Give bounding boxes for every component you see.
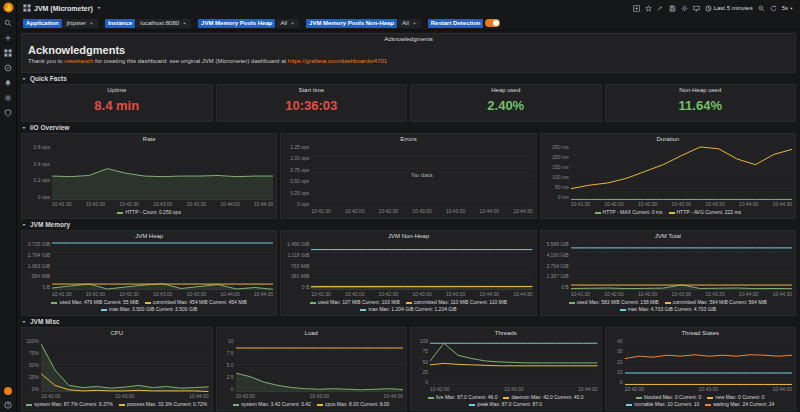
panel-title[interactable]: CPU xyxy=(22,328,212,337)
plot-area[interactable] xyxy=(571,143,792,200)
legend-item[interactable]: HTTP - Count: 0.250 ops xyxy=(117,209,181,216)
y-axis-tick: 7.5 xyxy=(227,350,234,356)
legend-item[interactable]: used Max: 583 MiB Current: 158 MiB xyxy=(569,299,659,306)
help-icon[interactable] xyxy=(4,401,12,409)
dashboards-icon[interactable] xyxy=(4,49,12,57)
panel-title[interactable]: JVM Total xyxy=(541,231,795,240)
author-link[interactable]: mweirauch xyxy=(64,58,93,64)
panel-title[interactable]: Rate xyxy=(22,134,276,143)
row-header-jvm-memory[interactable]: JVM Memory xyxy=(21,220,796,229)
legend-item[interactable]: peak Max: 87.0 Current: 87.0 xyxy=(469,401,542,408)
search-icon[interactable] xyxy=(4,19,12,27)
legend-item[interactable]: system Max: 87.7% Current: 9.37% xyxy=(26,401,113,408)
configuration-gear-icon[interactable] xyxy=(4,94,12,102)
plot-area[interactable] xyxy=(236,337,404,392)
star-icon[interactable] xyxy=(645,5,652,12)
legend-item[interactable]: live Max: 87.0 Current: 46.0 xyxy=(428,394,497,401)
y-axis: 5.588 GiB4.190 GiB2.794 GiB1.397 GiB0 B xyxy=(544,240,571,298)
panel-title[interactable]: Heap used xyxy=(411,85,601,94)
plot-area[interactable] xyxy=(625,337,793,385)
panel-title[interactable]: Non-Heap used xyxy=(606,85,796,94)
legend-item[interactable]: max Max: 1.204 GiB Current: 1.204 GiB xyxy=(360,306,456,313)
row-header-quick-facts[interactable]: Quick Facts xyxy=(21,74,796,83)
y-axis-tick: 0 B xyxy=(561,284,569,290)
x-axis-tick: 10:42:30 xyxy=(638,201,657,207)
variable-value-dropdown[interactable]: All xyxy=(276,19,299,28)
user-avatar[interactable] xyxy=(4,387,12,395)
refresh-icon[interactable] xyxy=(770,5,777,12)
cycle-view-icon[interactable] xyxy=(693,5,700,12)
legend-item[interactable]: used Max: 479 MiB Current: 55 MiB xyxy=(51,299,138,306)
plot-area[interactable] xyxy=(571,240,792,290)
panel-title[interactable]: Acknowledgments xyxy=(28,34,789,43)
plot-area[interactable] xyxy=(311,240,532,290)
panel-title[interactable]: Start time xyxy=(217,85,407,94)
variable-label: JVM Memory Pools Heap xyxy=(198,19,275,28)
variable-value-dropdown[interactable]: jhipster xyxy=(63,19,98,28)
legend-item[interactable]: committed Max: 110 MiB Current: 110 MiB xyxy=(406,299,507,306)
plot-area[interactable] xyxy=(430,337,598,385)
row-header-io-overview[interactable]: I/O Overview xyxy=(21,123,796,132)
dashboard-source-link[interactable]: https://grafana.com/dashboards/4701 xyxy=(288,58,387,64)
panel-title[interactable]: Threads xyxy=(411,328,601,337)
variable-value-dropdown[interactable]: localhost:8080 xyxy=(136,19,191,28)
legend: used Max: 583 MiB Current: 158 MiBcommit… xyxy=(541,298,795,315)
legend-item[interactable]: runnable Max: 10 Current: 10 xyxy=(626,401,699,408)
legend-item[interactable]: new Max: 0 Current: 0 xyxy=(707,394,764,401)
legend: blocked Max: 0 Current: 0new Max: 0 Curr… xyxy=(606,393,796,410)
save-icon[interactable] xyxy=(669,5,676,12)
plot-area[interactable]: No data xyxy=(311,143,532,207)
legend-item[interactable]: max Max: 4.703 GiB Current: 4.703 GiB xyxy=(620,306,716,313)
zoom-out-icon[interactable] xyxy=(758,5,765,12)
panel-title[interactable]: Duration xyxy=(541,134,795,143)
panel-title[interactable]: Thread States xyxy=(606,328,796,337)
y-axis-tick: 0.75 ops xyxy=(290,167,309,173)
settings-gear-icon[interactable] xyxy=(681,5,688,12)
legend-item[interactable]: HTTP - MAX Current: 0 ms xyxy=(595,209,663,216)
y-axis-tick: 200 ms xyxy=(552,154,568,160)
explore-compass-icon[interactable] xyxy=(4,64,12,72)
add-panel-icon[interactable] xyxy=(633,5,640,12)
x-axis: 10:42:0010:43:0010:44:00 xyxy=(41,392,209,400)
refresh-interval-picker[interactable]: 5s xyxy=(782,5,794,11)
plot-area[interactable] xyxy=(41,337,209,392)
legend-item[interactable]: used Max: 107 MiB Current: 103 MiB xyxy=(310,299,400,306)
time-range-picker[interactable]: Last 5 minutes xyxy=(705,5,753,12)
legend-item[interactable]: process Max: 33.3% Current: 0.72% xyxy=(119,401,207,408)
legend-item[interactable]: waiting Max: 24 Current: 24 xyxy=(705,401,774,408)
grafana-logo[interactable] xyxy=(3,2,14,13)
y-axis-tick: 0 B xyxy=(42,284,50,290)
legend-item[interactable]: blocked Max: 0 Current: 0 xyxy=(636,394,701,401)
legend-item[interactable]: daemon Max: 42.0 Current: 40.0 xyxy=(503,394,583,401)
alerting-bell-icon[interactable] xyxy=(4,79,12,87)
panel-title[interactable]: Errors xyxy=(281,134,535,143)
panel-title[interactable]: JVM Non-Heap xyxy=(281,231,535,240)
x-axis-tick: 10:44:00 xyxy=(220,201,239,207)
plot-area[interactable] xyxy=(52,143,273,200)
server-admin-shield-icon[interactable] xyxy=(4,109,12,117)
legend-item[interactable]: committed Max: 454 MiB Current: 454 MiB xyxy=(145,299,247,306)
y-axis-tick: 150 ms xyxy=(552,164,568,170)
panel-title[interactable]: Uptime xyxy=(22,85,212,94)
legend-item[interactable]: HTTP - AVG Current: 222 ms xyxy=(669,209,742,216)
legend-item[interactable]: cpus Max: 8.00 Current: 8.00 xyxy=(317,401,389,408)
legend-item[interactable]: max Max: 3.500 GiB Current: 3.500 GiB xyxy=(101,306,197,313)
create-icon[interactable] xyxy=(4,34,12,42)
restart-detection-toggle[interactable] xyxy=(485,19,500,27)
y-axis-tick: 10 xyxy=(228,338,234,344)
share-icon[interactable] xyxy=(657,5,664,12)
dashboard-scroll-area[interactable]: Acknowledgments Acknowledgments Thank yo… xyxy=(17,31,800,412)
variable-value-dropdown[interactable]: All xyxy=(398,19,421,28)
panel-title[interactable]: JVM Heap xyxy=(22,231,276,240)
panel-title[interactable]: Load xyxy=(217,328,407,337)
legend-item[interactable]: committed Max: 564 MiB Current: 564 MiB xyxy=(665,299,767,306)
y-axis-tick: 100 xyxy=(420,338,428,344)
x-axis-tick: 10:41:30 xyxy=(311,291,330,297)
x-axis-tick: 10:41:30 xyxy=(52,201,71,207)
chevron-down-icon[interactable] xyxy=(96,5,102,11)
x-axis-tick: 10:42:00 xyxy=(345,208,364,214)
legend-item[interactable]: system Max: 3.42 Current: 0.42 xyxy=(233,401,311,408)
plot-area[interactable] xyxy=(52,240,273,290)
dashboard-title[interactable]: JVM (Micrometer) xyxy=(34,5,93,12)
row-header-jvm-misc[interactable]: JVM Misc xyxy=(21,317,796,326)
